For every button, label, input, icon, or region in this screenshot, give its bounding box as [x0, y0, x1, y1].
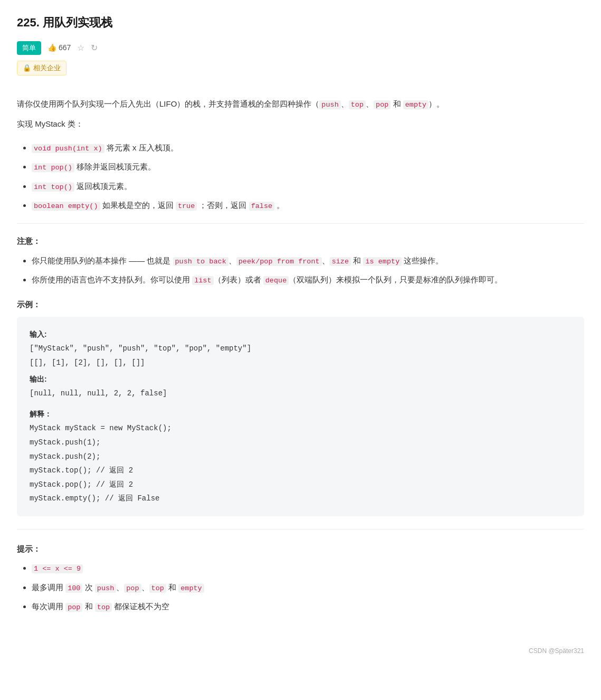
refresh-icon[interactable]: ↻ [91, 41, 98, 55]
example-title: 示例： [17, 298, 584, 311]
company-tag-label: 相关企业 [33, 62, 61, 74]
output-line: [null, null, null, 2, 2, false] [30, 386, 571, 401]
divider-2 [17, 529, 584, 529]
input-line2: [[], [1], [2], [], [], []] [30, 356, 571, 370]
method-pop: int pop() 移除并返回栈顶元素。 [32, 159, 584, 174]
method-top: int top() 返回栈顶元素。 [32, 179, 584, 194]
footer: CSDN @Später321 [17, 646, 584, 656]
explain-line-6: myStack.empty(); // 返回 False [30, 491, 571, 506]
example-block: 输入: ["MyStack", "push", "push", "top", "… [17, 317, 584, 516]
difficulty-badge[interactable]: 简单 [17, 41, 41, 55]
method-push: void push(int x) 将元素 x 压入栈顶。 [32, 140, 584, 155]
hint-item-3: 每次调用 pop 和 top 都保证栈不为空 [32, 599, 584, 614]
explain-line-1: MyStack myStack = new MyStack(); [30, 421, 571, 436]
explain-line-3: myStack.push(2); [30, 450, 571, 464]
hints-title: 提示： [17, 542, 584, 556]
note-item-2: 你所使用的语言也许不支持队列。你可以使用 list（列表）或者 deque（双端… [32, 272, 584, 287]
lock-icon: 🔒 [23, 62, 31, 74]
implement-label: 实现 MyStack 类： [17, 117, 584, 131]
likes-number: 667 [59, 42, 71, 54]
meta-row: 简单 👍 667 ☆ ↻ [17, 41, 584, 55]
hints-section: 提示： 1 <= x <= 9 最多调用 100 次 push、pop、top … [17, 542, 584, 614]
example-section: 示例： 输入: ["MyStack", "push", "push", "top… [17, 298, 584, 516]
hint-item-1: 1 <= x <= 9 [32, 561, 584, 575]
explain-line-5: myStack.pop(); // 返回 2 [30, 478, 571, 492]
explain-line-2: myStack.push(1); [30, 436, 571, 450]
note-item-1: 你只能使用队列的基本操作 —— 也就是 push to back、peek/po… [32, 253, 584, 268]
notes-title: 注意： [17, 234, 584, 248]
intro-paragraph: 请你仅使用两个队列实现一个后入先出（LIFO）的栈，并支持普通栈的全部四种操作（… [17, 97, 584, 111]
method-list: void push(int x) 将元素 x 压入栈顶。 int pop() 移… [17, 140, 584, 213]
method-empty: boolean empty() 如果栈是空的，返回 true ；否则，返回 fa… [32, 198, 584, 213]
star-icon[interactable]: ☆ [77, 41, 84, 55]
notes-list: 你只能使用队列的基本操作 —— 也就是 push to back、peek/po… [17, 253, 584, 288]
input-line1: ["MyStack", "push", "push", "top", "pop"… [30, 342, 571, 356]
thumb-icon[interactable]: 👍 [47, 42, 56, 54]
company-tag[interactable]: 🔒 相关企业 [17, 61, 66, 75]
problem-description: 请你仅使用两个队列实现一个后入先出（LIFO）的栈，并支持普通栈的全部四种操作（… [17, 97, 584, 131]
input-label: 输入: [30, 327, 571, 342]
page-title: 225. 用队列实现栈 [17, 13, 584, 32]
output-label: 输出: [30, 372, 571, 387]
hint-item-2: 最多调用 100 次 push、pop、top 和 empty [32, 580, 584, 595]
notes-section: 注意： 你只能使用队列的基本操作 —— 也就是 push to back、pee… [17, 234, 584, 287]
hints-list: 1 <= x <= 9 最多调用 100 次 push、pop、top 和 em… [17, 561, 584, 614]
like-count: 👍 667 [47, 42, 71, 54]
divider-1 [17, 223, 584, 224]
explain-label: 解释： [30, 407, 571, 422]
explain-line-4: myStack.top(); // 返回 2 [30, 463, 571, 478]
